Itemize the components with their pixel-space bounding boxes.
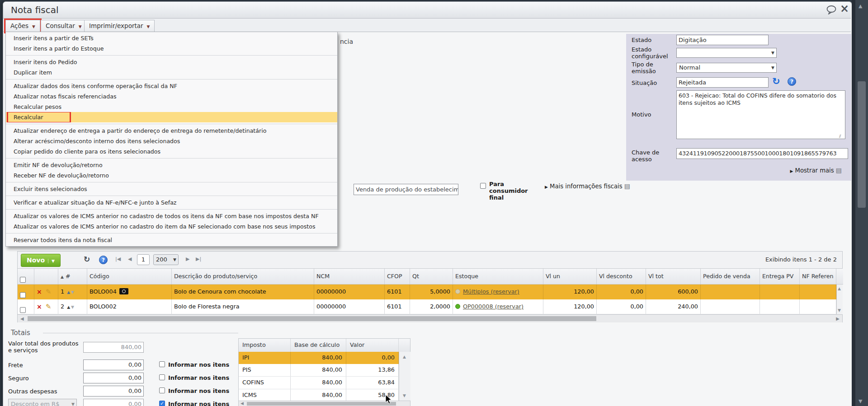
- action-menu-item[interactable]: Reservar todos itens da nota fiscal: [6, 235, 337, 245]
- scroll-up-icon[interactable]: ▲: [859, 3, 862, 9]
- action-menu-item[interactable]: Atualizar os valores de ICMS anterior no…: [6, 211, 337, 221]
- valor-total-field[interactable]: 840,00: [83, 342, 144, 353]
- row-checkbox[interactable]: [20, 307, 26, 313]
- tipo-emissao-select[interactable]: Normal▼: [676, 63, 777, 73]
- vl-un-header[interactable]: Vl un: [543, 269, 597, 284]
- action-menu-item[interactable]: Atualizar os valores de ICMS anterior no…: [6, 221, 337, 232]
- mostrar-mais-link[interactable]: ▶ Mostrar mais ▤: [732, 167, 842, 174]
- seguro-field[interactable]: 0,00: [83, 373, 144, 383]
- valor-header[interactable]: Valor: [346, 339, 399, 352]
- table-row[interactable]: ×✎ 2▲▼ BOLO002 Bolo de Floresta negra 00…: [18, 299, 836, 314]
- move-up-icon[interactable]: ▲: [67, 305, 70, 309]
- base-calculo-header[interactable]: Base de cálculo: [291, 339, 346, 352]
- action-menu-item[interactable]: Inserir itens a partir de SETs: [6, 33, 337, 43]
- prev-page-icon[interactable]: ◀: [128, 256, 132, 262]
- help-icon[interactable]: ?: [788, 77, 796, 86]
- vl-tot-header[interactable]: Vl tot: [646, 269, 701, 284]
- estoque-link[interactable]: OP000008 (reservar): [463, 303, 524, 310]
- entrega-pv-header[interactable]: Entrega PV: [760, 269, 800, 284]
- motivo-textarea[interactable]: 603 - Rejeicao: Total do COFINS difere d…: [676, 90, 845, 139]
- action-menu-item[interactable]: Atualizar notas fiscais referenciadas: [6, 91, 337, 102]
- scroll-down-icon[interactable]: ▼: [859, 398, 862, 404]
- action-menu-item[interactable]: Alterar acréscimo/desconto interno dos i…: [6, 136, 337, 146]
- estoque-header[interactable]: Estoque: [453, 269, 543, 284]
- informar-outras-checkbox[interactable]: [159, 387, 165, 393]
- action-menu-item[interactable]: Copiar pedido do cliente para os itens s…: [6, 146, 337, 157]
- delete-icon[interactable]: ×: [37, 303, 42, 310]
- last-page-icon[interactable]: ▶|: [196, 256, 201, 262]
- informar-seguro-checkbox[interactable]: [159, 374, 165, 380]
- nf-referen-header[interactable]: NF Referen: [800, 269, 836, 284]
- action-menu-item[interactable]: Verificar e atualizar situação da NF-e/N…: [6, 197, 337, 208]
- grid-vertical-scrollbar[interactable]: ▲ ▼: [836, 285, 843, 314]
- action-menu-item[interactable]: Atualizar endereço de entrega a partir d…: [6, 126, 337, 136]
- edit-pencil-icon[interactable]: ✎: [46, 303, 52, 311]
- select-all-checkbox[interactable]: [20, 277, 26, 283]
- informar-desconto-checkbox[interactable]: ✓: [159, 401, 165, 406]
- page-scrollbar-thumb[interactable]: [858, 81, 866, 208]
- scroll-left-icon[interactable]: ◀: [20, 316, 24, 321]
- chave-acesso-field[interactable]: 4324119109052200018755001000180109186557…: [676, 148, 848, 159]
- comment-icon[interactable]: [826, 5, 837, 14]
- action-menu-item[interactable]: Duplicar item: [6, 67, 337, 78]
- table-row[interactable]: ×✎ 1▲▼ BOLO004 Bolo de Cenoura com choco…: [18, 285, 836, 299]
- num-header[interactable]: ▲ #: [58, 269, 87, 284]
- impostos-horizontal-scrollbar[interactable]: ◀: [239, 401, 410, 406]
- impostos-vertical-scrollbar[interactable]: ▲ ▼: [399, 352, 410, 401]
- imposto-header[interactable]: Imposto: [239, 339, 291, 352]
- action-menu-item[interactable]: Inserir itens a partir do Estoque: [6, 43, 337, 54]
- action-menu-item[interactable]: Atualizar dados dos itens conforme opera…: [6, 81, 337, 91]
- help-icon[interactable]: ?: [99, 256, 108, 264]
- next-page-icon[interactable]: ▶: [186, 256, 189, 262]
- scroll-down-icon[interactable]: ▼: [838, 308, 841, 313]
- cfop-header[interactable]: CFOP: [385, 269, 410, 284]
- desconto-field[interactable]: 0,00: [83, 399, 144, 406]
- imposto-row[interactable]: COFINS 840,00 63,84: [239, 377, 399, 389]
- menu-imprimir-exportar[interactable]: Imprimir/exportar▼: [84, 20, 155, 32]
- imposto-row[interactable]: IPI 840,00 0,00: [239, 352, 399, 364]
- first-page-icon[interactable]: |◀: [115, 256, 121, 262]
- scrollbar-thumb[interactable]: [28, 316, 596, 321]
- action-menu-item[interactable]: Recalcular pesos: [6, 102, 337, 112]
- delete-icon[interactable]: ×: [37, 288, 42, 295]
- frete-field[interactable]: 0,00: [83, 359, 144, 370]
- estado-configuravel-select[interactable]: ▼: [676, 48, 777, 58]
- scroll-up-icon[interactable]: ▲: [403, 355, 406, 359]
- operacao-fiscal-field[interactable]: Venda de produção do estabelecime: [354, 184, 458, 195]
- action-menu-item[interactable]: Emitir NF de devolução/retorno: [6, 160, 337, 170]
- move-up-icon[interactable]: ▲: [67, 290, 70, 294]
- scroll-left-icon[interactable]: ◀: [241, 401, 244, 406]
- outras-despesas-field[interactable]: 0,00: [83, 386, 144, 397]
- estoque-link[interactable]: Múltiplos (reservar): [463, 288, 519, 295]
- scroll-down-icon[interactable]: ▼: [403, 393, 406, 398]
- menu-acoes[interactable]: Ações▼: [5, 20, 40, 32]
- descricao-header[interactable]: Descrição do produto/serviço: [172, 269, 314, 284]
- scrollbar-thumb[interactable]: [247, 402, 396, 406]
- imposto-row[interactable]: PIS 840,00 13,86: [239, 364, 399, 377]
- mais-informacoes-link[interactable]: ▶ Mais informações fiscais ▤: [545, 182, 630, 190]
- qt-header[interactable]: Qt: [410, 269, 453, 284]
- situacao-field[interactable]: Rejeitada: [676, 77, 769, 88]
- page-input[interactable]: 1: [137, 254, 150, 265]
- informar-frete-checkbox[interactable]: [159, 361, 165, 367]
- move-down-icon[interactable]: ▼: [71, 305, 74, 309]
- action-menu-item-recalcular[interactable]: Recalcular: [6, 112, 337, 122]
- desconto-tipo-select[interactable]: Desconto em R$▼: [8, 399, 77, 406]
- scroll-right-icon[interactable]: ▶: [836, 316, 840, 321]
- action-menu-item[interactable]: Excluir itens selecionados: [6, 184, 337, 194]
- move-down-icon[interactable]: ▼: [71, 290, 74, 294]
- action-menu-item[interactable]: Receber NF de devolução/retorno: [6, 170, 337, 181]
- para-consumidor-checkbox[interactable]: [480, 183, 486, 189]
- refresh-icon[interactable]: ↻: [84, 255, 90, 264]
- edit-pencil-icon[interactable]: ✎: [46, 288, 52, 296]
- action-menu-item[interactable]: Inserir itens do Pedido: [6, 57, 337, 67]
- menu-consultar[interactable]: Consultar▼: [41, 20, 87, 32]
- row-checkbox[interactable]: [20, 292, 26, 298]
- scroll-up-icon[interactable]: ▲: [838, 286, 841, 291]
- pedido-venda-header[interactable]: Pedido de venda: [701, 269, 760, 284]
- close-icon[interactable]: ×: [840, 3, 849, 14]
- page-size-select[interactable]: 200▼: [153, 254, 179, 265]
- vl-desconto-header[interactable]: Vl desconto: [597, 269, 646, 284]
- novo-button[interactable]: Novo▼: [21, 254, 61, 267]
- imposto-row[interactable]: ICMS 840,00 58,80: [239, 389, 399, 401]
